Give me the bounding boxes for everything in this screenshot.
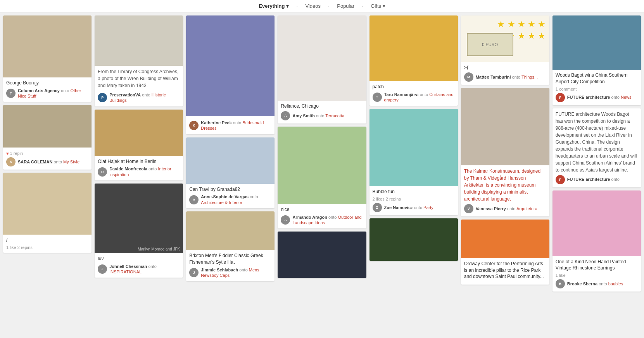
- card-image[interactable]: [3, 173, 92, 235]
- onto-label: onto: [611, 95, 620, 100]
- card-stats: 2 likes 2 repins: [373, 197, 455, 201]
- pin-card[interactable]: Woods Bagot wins China Southern Airport …: [552, 15, 641, 105]
- card-body: Can Travi by Granada82AAnne-Sophie de Va…: [186, 184, 275, 208]
- pin-card[interactable]: Bubble fun2 likes 2 repinsZZoe Namovicz …: [369, 109, 458, 215]
- card-image[interactable]: [552, 15, 641, 70]
- nav-popular[interactable]: Popular: [337, 3, 354, 9]
- nav-gifts[interactable]: Gifts ▾: [371, 3, 385, 9]
- pin-card[interactable]: Marilyn Monroe and JFKluvJJohnell Chessm…: [95, 184, 183, 278]
- username[interactable]: Taru Rannanjärvi: [384, 92, 419, 97]
- meta-text: Column Arts Agency onto Other Nice Stuff: [18, 88, 88, 99]
- watermark: Marilyn Monroe and JFK: [138, 247, 180, 251]
- card-meta: AArmando Aragon onto Outdoor and Landsca…: [281, 214, 363, 226]
- card-body: :‑(MMatteo Tamburini onto Things...: [461, 62, 549, 85]
- username[interactable]: Johnell Chessman: [109, 264, 147, 269]
- pin-card[interactable]: Reliance, ChicagoAAmy Smith onto Terraco…: [278, 15, 366, 124]
- card-image[interactable]: [95, 110, 183, 156]
- card-title: Brixton Men's Fiddler Classic Greek Fish…: [189, 252, 271, 266]
- card-body: /1 like 2 repins: [3, 235, 92, 253]
- onto-label: onto: [61, 88, 69, 93]
- card-image[interactable]: [369, 218, 458, 261]
- meta-text: Davide Monfrecola onto Interior inspirat…: [109, 166, 180, 177]
- card-body: George Boorujy?Column Arts Agency onto O…: [3, 77, 92, 102]
- card-image[interactable]: [186, 211, 275, 250]
- pin-card[interactable]: Olaf Hajek at Home in BerlinDDavide Monf…: [95, 110, 183, 180]
- card-title: luv: [98, 256, 180, 262]
- card-meta: TTaru Rannanjärvi onto Curtains and drap…: [373, 92, 455, 103]
- username[interactable]: Zoe Namovicz: [384, 205, 413, 210]
- username[interactable]: SARA COLEMAN: [18, 160, 52, 164]
- board-name[interactable]: Architecture & Interior: [201, 200, 242, 205]
- username[interactable]: Davide Monfrecola: [109, 166, 147, 171]
- username[interactable]: Vanessa Pierry: [476, 206, 506, 211]
- card-image[interactable]: Marilyn Monroe and JFK: [95, 184, 183, 253]
- pin-card[interactable]: [278, 232, 366, 278]
- pin-card[interactable]: One of a Kind Neon Hand Painted Vintage …: [552, 190, 641, 292]
- heart-icon[interactable]: ♥: [6, 151, 9, 156]
- card-image[interactable]: [278, 127, 366, 204]
- pin-card[interactable]: The Kalmar Konstmuseum, designed by Tham…: [461, 88, 549, 216]
- board-name[interactable]: INSPIRATIONAL: [109, 269, 142, 274]
- username[interactable]: Brooke Sberna: [567, 281, 597, 286]
- meta-text: Brooke Sberna onto baubles: [567, 281, 623, 287]
- pin-card[interactable]: Ordway Center for the Performing Arts is…: [461, 220, 549, 285]
- nav-everything[interactable]: Everything ▾: [259, 3, 289, 9]
- card-image[interactable]: [186, 15, 275, 116]
- pin-card[interactable]: niceAArmando Aragon onto Outdoor and Lan…: [278, 127, 366, 228]
- pin-card[interactable]: Can Travi by Granada82AAnne-Sophie de Va…: [186, 137, 275, 208]
- card-image[interactable]: [369, 15, 458, 81]
- card-body: patchTTaru Rannanjärvi onto Curtains and…: [369, 81, 458, 106]
- card-image[interactable]: [461, 88, 549, 165]
- pin-card[interactable]: From the Library of Congress Archives, a…: [95, 15, 183, 106]
- username[interactable]: FUTURE architecture: [567, 177, 610, 182]
- username[interactable]: Katherine Peck: [201, 120, 231, 125]
- onto-label: onto: [316, 113, 324, 118]
- onto-label: onto: [414, 205, 422, 210]
- pin-card[interactable]: ♥ 1 repinSSARA COLEMAN onto My Style: [3, 105, 92, 170]
- card-meta: MMatteo Tamburini onto Things...: [464, 72, 546, 82]
- card-body: From the Library of Congress Archives, a…: [95, 66, 183, 106]
- pin-card[interactable]: patchTTaru Rannanjärvi onto Curtains and…: [369, 15, 458, 106]
- meta-text: Johnell Chessman onto INSPIRATIONAL: [109, 264, 180, 275]
- avatar: A: [189, 195, 199, 204]
- username[interactable]: Anne-Sophie de Vargas: [201, 194, 249, 199]
- username[interactable]: FUTURE architecture: [567, 95, 610, 100]
- card-title: Olaf Hajek at Home in Berlin: [98, 158, 180, 165]
- board-name[interactable]: My Style: [63, 160, 79, 164]
- username[interactable]: PreservationVA: [109, 93, 141, 97]
- pin-card[interactable]: Brixton Men's Fiddler Classic Greek Fish…: [186, 211, 275, 281]
- card-image[interactable]: [461, 220, 549, 258]
- pin-card[interactable]: George Boorujy?Column Arts Agency onto O…: [3, 15, 92, 102]
- meta-text: Vanessa Pierry onto Arquitetura: [476, 206, 537, 211]
- card-image[interactable]: [3, 15, 92, 77]
- card-image[interactable]: [3, 105, 92, 148]
- card-image[interactable]: [186, 137, 275, 184]
- username[interactable]: Amy Smith: [292, 113, 314, 118]
- card-image[interactable]: [278, 15, 366, 101]
- board-name[interactable]: News: [621, 95, 632, 100]
- pin-card[interactable]: [369, 218, 458, 261]
- board-name[interactable]: Party: [423, 205, 433, 210]
- username[interactable]: Jimmie Schlabach: [201, 268, 238, 272]
- card-image[interactable]: ★ ★ ★ ★ ★★ ★ ★ ★0 EURO: [461, 15, 549, 62]
- nav-videos[interactable]: Videos: [305, 3, 321, 9]
- username[interactable]: Matteo Tamburini: [476, 75, 511, 79]
- avatar: M: [464, 72, 473, 82]
- board-name[interactable]: Things...: [521, 75, 538, 79]
- card-body: Ordway Center for the Performing Arts is…: [461, 258, 549, 285]
- card-image[interactable]: [95, 15, 183, 66]
- username[interactable]: Column Arts Agency: [18, 88, 60, 93]
- board-name[interactable]: Terracotta: [325, 113, 344, 118]
- pin-card[interactable]: KKatherine Peck onto Bridesmaid Dresses: [186, 15, 275, 134]
- card-title: patch: [373, 84, 455, 90]
- board-name[interactable]: Arquitetura: [516, 206, 537, 211]
- masonry-column: Reliance, ChicagoAAmy Smith onto Terraco…: [278, 15, 366, 278]
- pin-card[interactable]: /1 like 2 repins: [3, 173, 92, 253]
- pin-card[interactable]: ★ ★ ★ ★ ★★ ★ ★ ★0 EURO:‑(MMatteo Tamburi…: [461, 15, 549, 85]
- board-name[interactable]: baubles: [608, 281, 623, 286]
- card-image[interactable]: [552, 190, 641, 256]
- username[interactable]: Armando Aragon: [292, 215, 327, 220]
- card-image[interactable]: [369, 109, 458, 186]
- card-image[interactable]: [278, 232, 366, 278]
- pin-card[interactable]: FUTURE architecture Woods Bagot has won …: [552, 108, 641, 187]
